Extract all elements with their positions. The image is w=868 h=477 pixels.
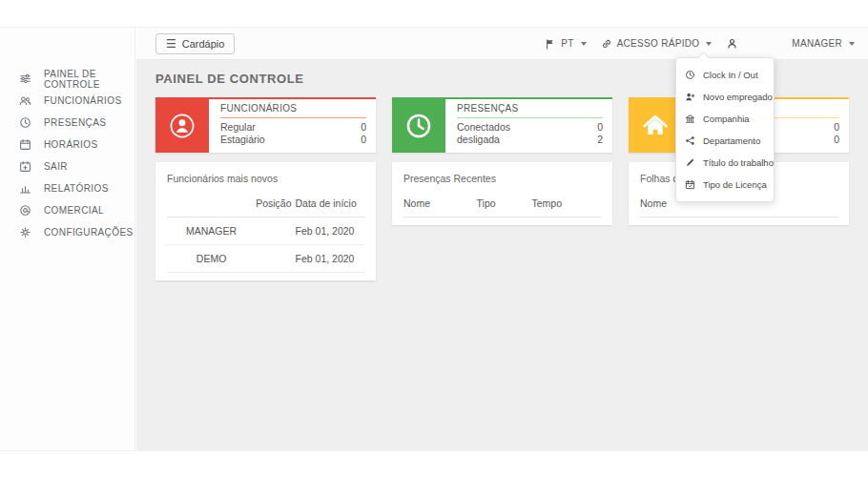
flag-icon [545,38,556,50]
sidebar-item-funcionarios[interactable]: FUNCIONÁRIOS [0,90,134,112]
stat-card-title: PRESENÇAS [457,103,603,118]
menu-toggle-button[interactable]: ☰ Cardápio [155,33,235,54]
sidebar-item-comercial[interactable]: COMERCIAL [0,199,134,221]
sidebar-item-label: CONFIGURAÇÕES [44,227,134,238]
menu-item-label: Título do trabalho [703,157,774,168]
stat-value: 0 [597,121,603,134]
topbar-right: PT ACESSO RÁPIDO MANAGER [545,37,855,50]
stat-label: Regular [220,121,256,134]
menu-item-companhia[interactable]: Companhia [676,108,774,130]
sidebar-item-label: RELATÓRIOS [44,183,109,194]
sidebar-item-horarios[interactable]: HORÁRIOS [0,134,134,156]
users-icon [19,94,31,107]
sliders-icon [19,73,31,85]
column-header [167,195,256,218]
bar-chart-icon [19,182,31,195]
link-icon [601,38,612,50]
stat-value: 0 [834,121,839,134]
calendar-icon [19,138,31,151]
sidebar-item-label: PRESENÇAS [44,117,106,128]
sidebar-item-label: PAINEL DE CONTROLE [44,69,134,90]
employee-name: DEMO [167,245,256,273]
recent-attendance-table: Nome Tipo Tempo [403,195,601,218]
menu-item-clock-in-out[interactable]: Clock In / Out [676,64,774,86]
employee-start-date: Feb 01, 2020 [296,245,364,273]
menu-item-novo-empregado[interactable]: Novo empregado [676,86,774,108]
column-header: Data de início [296,195,364,218]
employee-start-date: Feb 01, 2020 [296,218,364,245]
quick-access-dropdown-toggle[interactable]: ACESSO RÁPIDO [601,38,713,50]
home-icon [629,99,682,153]
column-header: Tempo [532,195,601,218]
menu-item-label: Departamento [703,135,760,146]
share-nodes-icon [685,135,695,146]
stat-label: desligada [457,134,500,146]
menu-item-label: Clock In / Out [703,70,758,80]
clock-icon [392,99,445,153]
employee-position [256,245,295,273]
sidebar-item-label: COMERCIAL [44,205,104,216]
sidebar-item-sair[interactable]: SAIR [0,156,134,177]
table-title: Presenças Recentes [403,173,601,184]
menu-item-departamento[interactable]: Departamento [676,130,774,152]
hamburger-icon: ☰ [166,39,176,49]
clock-icon [685,70,695,80]
employee-name: MANAGER [167,218,256,245]
column-header: Nome [403,195,477,218]
quick-access-menu: Clock In / Out Novo empregado Companhia … [675,57,775,202]
table-title: Funcionários mais novos [167,173,364,184]
sidebar-item-label: SAIR [44,161,68,172]
menu-item-label: Tipo de Licença [703,179,767,190]
chevron-down-icon [706,42,712,46]
menu-button-label: Cardápio [182,38,225,50]
quick-access-label: ACESSO RÁPIDO [617,38,700,49]
stat-value: 0 [361,121,366,134]
stat-card-title: FUNCIONÁRIOS [220,103,366,118]
stat-label: Conectados [457,121,510,134]
stat-card-presencas[interactable]: PRESENÇAS Conectados0 desligada2 [392,97,612,153]
calendar-plus-icon [19,160,31,173]
newest-employees-table: Posição Data de início MANAGER Feb 01, 2… [167,195,364,273]
menu-item-tipo-de-licenca[interactable]: Tipo de Licença [676,174,774,196]
table-row[interactable]: MANAGER Feb 01, 2020 [167,218,364,245]
user-label: MANAGER [792,38,842,49]
calendar-check-icon [685,179,695,190]
person-icon [155,99,209,153]
column-header: Posição [256,195,295,218]
gear-icon [19,226,31,238]
sidebar-item-configuracoes[interactable]: CONFIGURAÇÕES [0,221,134,243]
sidebar-item-label: FUNCIONÁRIOS [44,95,121,106]
newest-employees-card: Funcionários mais novos Posição Data de … [155,162,376,280]
chevron-down-icon [581,42,587,46]
sidebar-item-presencas[interactable]: PRESENÇAS [0,112,134,134]
sidebar-item-relatorios[interactable]: RELATÓRIOS [0,177,134,199]
sidebar-item-label: HORÁRIOS [44,139,98,150]
stat-value: 2 [597,134,603,146]
menu-item-label: Companhia [703,114,750,124]
chevron-down-icon [849,42,855,46]
at-circle-icon [19,204,31,217]
clock-icon [19,116,31,129]
language-dropdown[interactable]: PT [545,38,586,50]
menu-item-label: Novo empregado [703,92,773,102]
topbar: ☰ Cardápio PT ACESSO RÁPIDO MANAGER [136,28,868,60]
menu-item-titulo-do-trabalho[interactable]: Título do trabalho [676,152,774,174]
person-plus-icon [685,92,695,102]
person-icon [726,37,738,50]
stat-value: 0 [361,134,366,146]
language-label: PT [561,38,573,49]
stat-label: Estagiário [220,134,265,146]
employee-position [256,218,295,245]
bank-icon [685,114,695,124]
pencil-icon [685,157,695,168]
column-header: Tipo [477,195,532,218]
stat-card-funcionarios[interactable]: FUNCIONÁRIOS Regular0 Estagiário0 [155,97,376,153]
stat-value: 0 [834,134,839,146]
sidebar-item-painel-de-controle[interactable]: PAINEL DE CONTROLE [0,68,134,90]
table-row[interactable]: DEMO Feb 01, 2020 [167,245,364,273]
recent-attendance-card: Presenças Recentes Nome Tipo Tempo [392,162,612,225]
user-menu[interactable]: MANAGER [792,38,855,49]
sidebar: PAINEL DE CONTROLE FUNCIONÁRIOS PRESENÇA… [0,28,135,450]
